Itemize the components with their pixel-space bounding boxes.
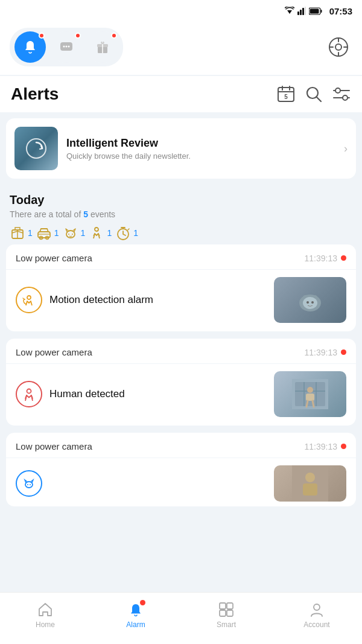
page-header: Alerts 5	[0, 76, 362, 112]
svg-point-10	[66, 46, 68, 48]
alert-camera-label-2: Low power camera	[16, 347, 92, 357]
car-icon	[36, 225, 52, 241]
calendar-button[interactable]: 5	[276, 84, 296, 104]
bottom-nav-smart[interactable]: Smart	[181, 599, 272, 629]
alert-header-1: Low power camera 11:39:13	[6, 244, 356, 270]
human-icon-circle	[16, 381, 42, 407]
svg-marker-0	[287, 10, 292, 14]
svg-point-16	[335, 44, 341, 50]
svg-line-27	[317, 97, 321, 101]
smart-nav-label: Smart	[217, 620, 236, 629]
human-detected-icon	[21, 386, 37, 402]
today-label: Today	[10, 193, 352, 207]
ir-subtitle: Quickly browse the daily newsletter.	[66, 151, 335, 161]
smart-icon	[218, 602, 234, 617]
svg-text:5: 5	[284, 94, 288, 100]
alert-time-row-2: 11:39:13	[305, 348, 347, 357]
chevron-right-icon: ›	[344, 142, 348, 155]
svg-rect-4	[305, 7, 306, 15]
alert-time-row-1: 11:39:13	[305, 253, 347, 263]
top-nav	[0, 22, 362, 75]
account-icon	[309, 602, 325, 617]
event-icon-cat: 1	[63, 225, 86, 241]
nav-tab-alerts[interactable]	[14, 31, 46, 63]
cat-icon	[63, 225, 78, 241]
alarm-nav-badge	[140, 600, 145, 605]
svg-point-29	[343, 95, 348, 100]
alert-time-row-3: 11:39:13	[305, 442, 347, 451]
search-icon	[304, 84, 323, 104]
human-detected-label: Human detected	[49, 388, 267, 400]
human-thumb-icon	[292, 379, 328, 409]
bottom-nav-alarm[interactable]: Alarm	[91, 599, 181, 629]
event-count-3: 1	[81, 228, 86, 238]
svg-rect-3	[302, 8, 304, 15]
timer-icon	[115, 225, 131, 241]
status-icons	[285, 7, 322, 15]
ir-title: Intelligent Review	[66, 137, 335, 150]
svg-point-55	[303, 297, 317, 309]
filter-icon	[332, 84, 351, 104]
svg-point-71	[27, 484, 28, 485]
event-icon-human: 1	[89, 225, 112, 241]
filter-button[interactable]	[332, 84, 351, 104]
svg-line-69	[313, 401, 314, 407]
partial-thumb-icon	[292, 465, 328, 502]
event-icon-package: 1	[10, 225, 33, 241]
wifi-icon	[285, 7, 294, 15]
nav-tab-gifts[interactable]	[87, 31, 118, 63]
animal-icon-circle	[16, 470, 42, 497]
svg-point-42	[68, 234, 69, 235]
alert-group-3[interactable]: Low power camera 11:39:13	[6, 433, 356, 506]
home-icon	[37, 602, 53, 617]
alert-detail-1: Motion detection alarm	[6, 270, 356, 331]
alert-camera-label-1: Low power camera	[16, 253, 92, 263]
search-button[interactable]	[304, 84, 323, 104]
bottom-nav-account[interactable]: Account	[272, 599, 362, 629]
alert-red-dot-1	[341, 255, 346, 261]
svg-point-72	[30, 484, 31, 485]
alerts-badge	[39, 33, 45, 39]
alarm-nav-icon	[127, 601, 144, 618]
svg-point-11	[68, 46, 70, 48]
package-icon	[10, 225, 25, 241]
smart-nav-icon	[218, 601, 235, 618]
status-time: 07:53	[329, 6, 352, 16]
svg-rect-79	[227, 610, 233, 616]
svg-point-50	[27, 296, 31, 299]
account-nav-icon	[308, 601, 325, 618]
svg-rect-1	[297, 11, 299, 15]
svg-point-80	[314, 604, 320, 610]
animal-icon	[21, 476, 37, 491]
alert-detail-3	[6, 458, 356, 506]
today-section: Today There are a total of 5 events 1	[0, 185, 362, 244]
alarm-nav-label: Alarm	[126, 620, 145, 629]
alert-red-dot-3	[341, 444, 346, 449]
alert-thumb-3	[274, 465, 346, 502]
settings-button[interactable]	[325, 33, 352, 61]
human-icon	[89, 225, 104, 241]
bottom-nav-home[interactable]: Home	[0, 599, 91, 629]
alert-time-3: 11:39:13	[305, 442, 338, 451]
count-suffix: events	[91, 209, 115, 219]
motion-icon	[21, 292, 37, 308]
alert-group-2[interactable]: Low power camera 11:39:13 Human detected	[6, 339, 356, 426]
alert-thumb-2	[274, 371, 346, 417]
svg-rect-7	[320, 10, 322, 13]
svg-point-58	[27, 389, 31, 394]
gift-icon	[94, 39, 111, 56]
event-count: 5	[83, 209, 88, 219]
event-count-5: 1	[133, 228, 138, 238]
messages-badge	[75, 33, 81, 39]
calendar-icon: 5	[276, 84, 296, 104]
review-icon	[24, 136, 48, 161]
event-icon-timer: 1	[115, 225, 138, 241]
nav-tab-messages[interactable]	[51, 31, 82, 63]
event-count-1: 1	[28, 228, 33, 238]
svg-rect-76	[220, 603, 226, 609]
alert-group-1[interactable]: Low power camera 11:39:13 Motion detecti…	[6, 244, 356, 331]
nav-tabs	[10, 28, 123, 66]
intelligent-review-card[interactable]: Intelligent Review Quickly browse the da…	[6, 118, 356, 179]
ir-thumbnail	[14, 127, 58, 170]
bottom-nav: Home Alarm Smart	[0, 592, 362, 644]
